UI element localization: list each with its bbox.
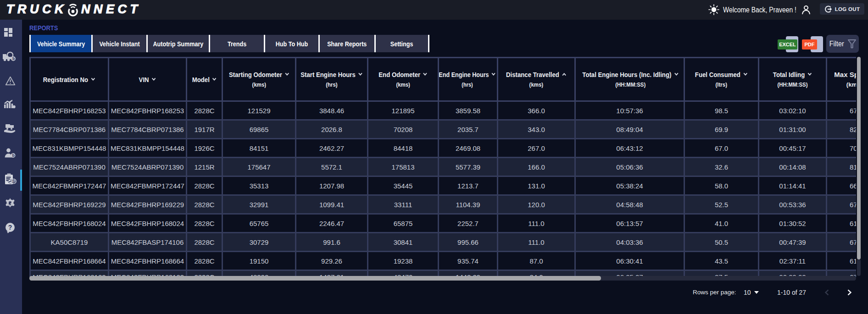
svg-text:?: ? — [8, 224, 12, 231]
svg-text:b: b — [12, 153, 15, 158]
svg-text:b: b — [13, 179, 15, 184]
svg-text:b: b — [12, 56, 15, 61]
